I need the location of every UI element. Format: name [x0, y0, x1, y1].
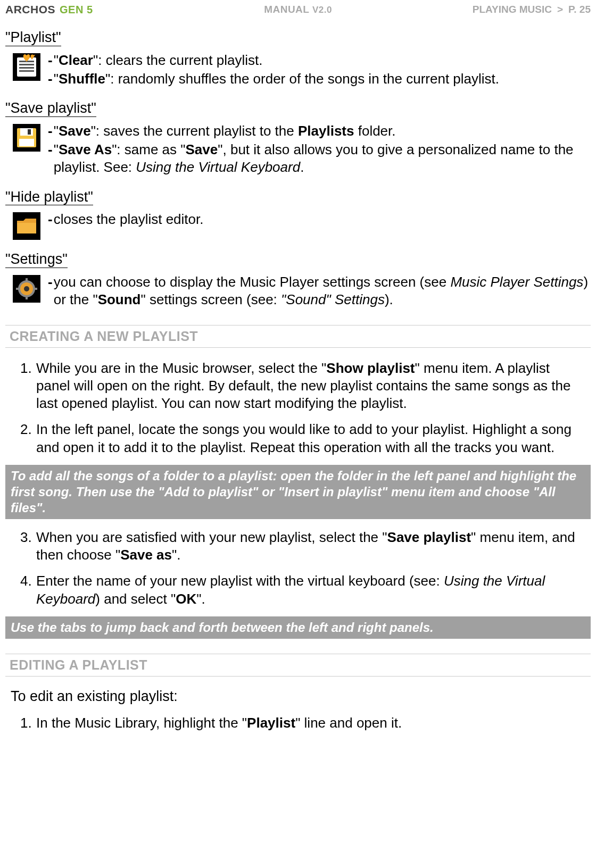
menu-heading-playlist: "Playlist" [5, 30, 61, 46]
svg-rect-4 [19, 67, 34, 69]
svg-rect-18 [16, 288, 19, 290]
item-label: Save [59, 123, 91, 139]
svg-point-15 [24, 286, 29, 291]
step-pre: While you are in the Music browser, sele… [36, 360, 326, 376]
item-desc-pre: ": saves the current playlist to the [91, 123, 298, 139]
section-title-creating: CREATING A NEW PLAYLIST [5, 325, 591, 348]
step-number: 4. [20, 572, 33, 608]
svg-rect-9 [28, 129, 31, 135]
settings-end: ). [385, 291, 393, 307]
step-post2: ". [172, 547, 180, 563]
step-post: " line and open it. [295, 715, 402, 731]
svg-rect-5 [19, 70, 34, 72]
item-desc: ": clears the current playlist. [93, 52, 262, 68]
tip-box-add-all: To add all the songs of a folder to a pl… [5, 465, 591, 519]
step-pre: Enter the name of your new playlist with… [36, 573, 444, 589]
menu-items: - you can choose to display the Music Pl… [48, 273, 591, 310]
settings-mid2: " settings screen (see: [141, 291, 282, 307]
menu-heading-save-playlist: "Save playlist" [5, 101, 96, 117]
page-header: ARCHOS GEN 5 MANUAL V2.0 PLAYING MUSIC >… [0, 0, 596, 20]
item-inline-bold: Playlists [298, 123, 354, 139]
editing-steps: 1. In the Music Library, highlight the "… [5, 714, 591, 732]
menu-heading-hide-playlist: "Hide playlist" [5, 189, 93, 206]
step-text: While you are in the Music browser, sele… [36, 360, 585, 413]
manual-label: MANUAL [264, 4, 309, 15]
item-desc-end: . [300, 159, 304, 175]
step-bold2: Save as [120, 547, 172, 563]
item-text: "Save As": same as "Save", but it also a… [54, 141, 591, 177]
item-text: "Shuffle": randomly shuffles the order o… [54, 70, 591, 88]
item-text: closes the playlist editor. [54, 211, 591, 228]
step-bold: Save playlist [387, 529, 471, 545]
creating-steps-1: 1. While you are in the Music browser, s… [5, 360, 591, 456]
svg-rect-3 [19, 64, 34, 65]
item-label: Save As [59, 141, 112, 157]
tip-box-tabs: Use the tabs to jump back and forth betw… [5, 616, 591, 639]
section-title-editing: EDITING A PLAYLIST [5, 654, 591, 677]
step-text: When you are satisfied with your new pla… [36, 529, 585, 564]
item-link[interactable]: Using the Virtual Keyboard [136, 159, 300, 175]
gen-label: GEN 5 [60, 4, 93, 16]
settings-bold: Sound [98, 291, 141, 307]
svg-rect-19 [34, 288, 37, 290]
bullet: - [48, 70, 53, 88]
list-item: 4. Enter the name of your new playlist w… [20, 572, 585, 608]
gear-icon [13, 275, 40, 303]
step-bold: Playlist [247, 715, 295, 731]
bullet: - [48, 211, 53, 228]
page-content: "Playlist" - "Clear": clears the current… [0, 20, 596, 732]
bullet: - [48, 52, 53, 69]
step-pre: When you are satisfied with your new pla… [36, 529, 387, 545]
svg-rect-8 [20, 128, 33, 136]
menu-heading-settings: "Settings" [5, 252, 68, 268]
bullet: - [48, 273, 53, 309]
page-number: P. 25 [568, 4, 591, 15]
menu-block-hide-playlist: - closes the playlist editor. [5, 211, 591, 240]
save-disk-icon [13, 124, 40, 152]
breadcrumb-section: PLAYING MUSIC [473, 4, 552, 15]
item-desc-post: folder. [354, 123, 395, 139]
step-text: In the left panel, locate the songs you … [36, 421, 585, 456]
header-right: PLAYING MUSIC > P. 25 [473, 4, 591, 15]
bullet: - [48, 122, 53, 140]
step-number: 2. [20, 421, 33, 456]
item-desc: ": randomly shuffles the order of the so… [105, 71, 499, 87]
menu-block-settings: - you can choose to display the Music Pl… [5, 273, 591, 310]
step-text: In the Music Library, highlight the "Pla… [36, 714, 585, 732]
step-bold: Show playlist [326, 360, 415, 376]
step-number: 1. [20, 360, 33, 413]
settings-link1[interactable]: Music Player Settings [450, 274, 583, 290]
heart-list-icon [13, 53, 40, 81]
step-bold: OK [176, 591, 196, 607]
menu-items: - "Save": saves the current playlist to … [48, 122, 591, 178]
manual-title: MANUAL V2.0 [264, 4, 332, 15]
item-text: "Clear": clears the current playlist. [54, 52, 591, 69]
list-item: - "Save As": same as "Save", but it also… [48, 141, 591, 177]
step-text: Enter the name of your new playlist with… [36, 572, 585, 608]
creating-steps-2: 3. When you are satisfied with your new … [5, 529, 591, 608]
svg-rect-10 [19, 139, 34, 146]
item-desc-pre: ": same as " [112, 141, 185, 157]
bullet: - [48, 141, 53, 177]
list-item: 2. In the left panel, locate the songs y… [20, 421, 585, 456]
menu-block-save-playlist: - "Save": saves the current playlist to … [5, 122, 591, 178]
settings-link2[interactable]: "Sound" Settings [281, 291, 385, 307]
list-item: - closes the playlist editor. [48, 211, 591, 228]
item-label: Clear [59, 52, 93, 68]
header-left: ARCHOS GEN 5 [5, 3, 93, 16]
step-number: 3. [20, 529, 33, 564]
list-item: - "Shuffle": randomly shuffles the order… [48, 70, 591, 88]
manual-version: V2.0 [312, 5, 332, 15]
step-number: 1. [20, 714, 33, 732]
settings-pre: you can choose to display the Music Play… [54, 274, 451, 290]
folder-icon [13, 212, 40, 240]
item-inline-bold: Save [186, 141, 218, 157]
list-item: - you can choose to display the Music Pl… [48, 273, 591, 309]
step-post: ". [196, 591, 205, 607]
list-item: 3. When you are satisfied with your new … [20, 529, 585, 564]
editing-intro: To edit an existing playlist: [5, 688, 591, 705]
list-item: - "Save": saves the current playlist to … [48, 122, 591, 140]
item-text: you can choose to display the Music Play… [54, 273, 591, 309]
item-text: "Save": saves the current playlist to th… [54, 122, 591, 140]
step-pre: In the Music Library, highlight the " [36, 715, 247, 731]
